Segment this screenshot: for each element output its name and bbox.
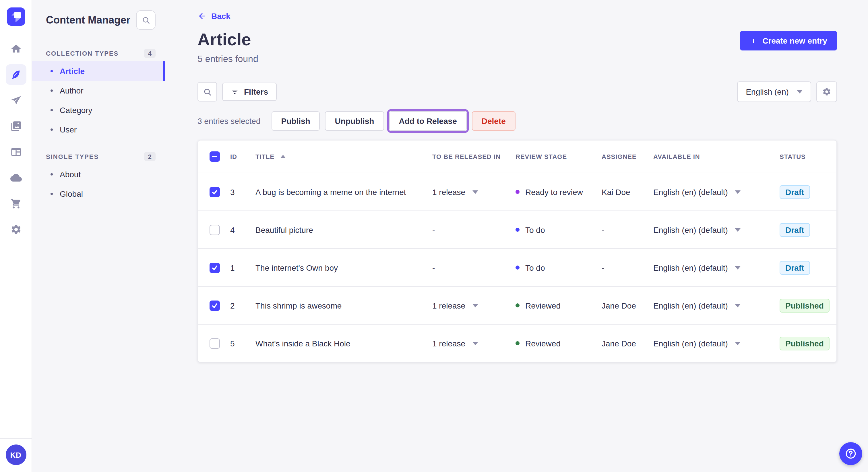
row-checkbox[interactable] <box>210 187 220 197</box>
sidebar-item-label: Author <box>60 86 84 95</box>
available-in-value: English (en) (default) <box>653 263 728 272</box>
section-label: SINGLE TYPES <box>46 153 99 160</box>
cell-assignee: - <box>601 225 653 234</box>
avatar[interactable]: KD <box>5 444 26 465</box>
sidebar-item-author[interactable]: Author <box>32 81 165 100</box>
sidebar-item-category[interactable]: Category <box>32 100 165 120</box>
chevron-down-icon[interactable] <box>735 266 741 269</box>
view-settings-gear-icon[interactable] <box>816 81 837 102</box>
content-type-builder-layout-icon[interactable] <box>5 142 26 162</box>
column-header-assignee: ASSIGNEE <box>601 153 653 160</box>
status-badge: Draft <box>780 185 810 199</box>
cell-checkbox <box>198 338 230 348</box>
main-nav-rail: KD <box>0 0 32 472</box>
cell-checkbox <box>198 225 230 235</box>
release-value: 1 release <box>432 301 465 310</box>
sidebar-item-article[interactable]: Article <box>32 61 165 81</box>
cell-review-stage: Reviewed <box>516 301 601 310</box>
chevron-down-icon[interactable] <box>735 304 741 307</box>
paper-plane-icon[interactable] <box>5 90 26 111</box>
cell-review-stage: To do <box>516 225 601 234</box>
chevron-down-icon[interactable] <box>735 190 741 194</box>
media-library-images-icon[interactable] <box>5 116 26 136</box>
help-button[interactable] <box>839 442 862 465</box>
review-stage-dot <box>516 341 520 345</box>
section-count-badge: 2 <box>144 152 156 161</box>
create-new-entry-button[interactable]: Create new entry <box>740 31 837 50</box>
content-manager-feather-icon[interactable] <box>5 64 26 85</box>
create-new-entry-label: Create new entry <box>763 36 827 45</box>
sidebar-item-label: Global <box>60 189 83 198</box>
release-value: 1 release <box>432 187 465 196</box>
table-row[interactable]: 5What's inside a Black Hole1 releaseRevi… <box>198 324 836 362</box>
locale-select[interactable]: English (en) <box>737 81 811 102</box>
status-badge: Published <box>780 336 830 350</box>
row-checkbox[interactable] <box>210 262 220 273</box>
review-stage-label: To do <box>525 263 545 272</box>
section-label: COLLECTION TYPES <box>46 50 119 57</box>
cell-status: Draft <box>780 261 836 274</box>
table-body: 3A bug is becoming a meme on the interne… <box>198 173 836 362</box>
chevron-down-icon[interactable] <box>735 341 741 345</box>
cell-status: Published <box>780 299 836 312</box>
selection-count-text: 3 entries selected <box>197 116 260 126</box>
search-icon[interactable] <box>136 10 156 30</box>
back-link[interactable]: Back <box>197 11 230 21</box>
page-title: Article <box>197 31 258 48</box>
select-all-checkbox[interactable] <box>210 151 220 162</box>
cell-title: This shrimp is awesome <box>255 301 432 310</box>
publish-button[interactable]: Publish <box>271 111 320 131</box>
release-value: - <box>432 263 435 272</box>
review-stage-label: To do <box>525 225 545 234</box>
sidebar-item-global[interactable]: Global <box>32 184 165 204</box>
sidebar-item-about[interactable]: About <box>32 165 165 184</box>
available-in-value: English (en) (default) <box>653 301 728 310</box>
cell-available-in: English (en) (default) <box>653 225 780 234</box>
cell-assignee: - <box>601 263 653 272</box>
cloud-icon[interactable] <box>5 167 26 188</box>
row-checkbox[interactable] <box>210 300 220 310</box>
chevron-down-icon[interactable] <box>472 190 478 194</box>
cell-to-be-released-in: 1 release <box>432 187 516 196</box>
marketplace-cart-icon[interactable] <box>5 193 26 214</box>
chevron-down-icon[interactable] <box>735 228 741 231</box>
filters-label: Filters <box>244 87 268 96</box>
chevron-down-icon[interactable] <box>472 341 478 345</box>
subnav-title: Content Manager <box>46 14 130 26</box>
rail-footer: KD <box>0 438 32 472</box>
cell-id: 5 <box>230 339 255 348</box>
column-header-available-in: AVAILABLE IN <box>653 153 780 160</box>
column-header-id[interactable]: ID <box>230 153 255 160</box>
search-icon[interactable] <box>197 82 217 102</box>
home-icon[interactable] <box>5 38 26 59</box>
cell-status: Draft <box>780 223 836 237</box>
sidebar-item-user[interactable]: User <box>32 120 165 139</box>
subnav-divider <box>46 37 60 37</box>
row-checkbox[interactable] <box>210 338 220 348</box>
table-row[interactable]: 1The internet's Own boy-To do-English (e… <box>198 248 836 286</box>
unpublish-button[interactable]: Unpublish <box>325 111 384 131</box>
filters-button[interactable]: Filters <box>222 82 277 101</box>
table-row[interactable]: 4Beautiful picture-To do-English (en) (d… <box>198 210 836 248</box>
cell-review-stage: Reviewed <box>516 339 601 348</box>
chevron-down-icon[interactable] <box>472 304 478 307</box>
sidebar-item-label: User <box>60 125 76 134</box>
table-row[interactable]: 3A bug is becoming a meme on the interne… <box>198 173 836 210</box>
cell-title: What's inside a Black Hole <box>255 339 432 348</box>
table-row[interactable]: 2This shrimp is awesome1 releaseReviewed… <box>198 286 836 324</box>
column-header-to-be-released-in: TO BE RELEASED IN <box>432 153 516 160</box>
status-badge: Draft <box>780 261 810 274</box>
content-manager-subnav: Content Manager COLLECTION TYPES 4 Artic… <box>32 0 165 472</box>
settings-gear-icon[interactable] <box>5 219 26 240</box>
delete-button[interactable]: Delete <box>472 111 516 131</box>
app-viewport: KD Content Manager COLLECTION TYPES 4 Ar… <box>0 0 868 472</box>
plus-icon <box>750 37 757 44</box>
header-cell-checkbox <box>198 151 230 162</box>
release-value: 1 release <box>432 339 465 348</box>
bullet-icon <box>51 70 53 72</box>
row-checkbox[interactable] <box>210 225 220 235</box>
add-to-release-button[interactable]: Add to Release <box>389 111 466 131</box>
column-header-title[interactable]: TITLE <box>255 153 432 160</box>
column-header-review-stage: REVIEW STAGE <box>516 153 601 160</box>
strapi-logo[interactable] <box>7 7 25 26</box>
